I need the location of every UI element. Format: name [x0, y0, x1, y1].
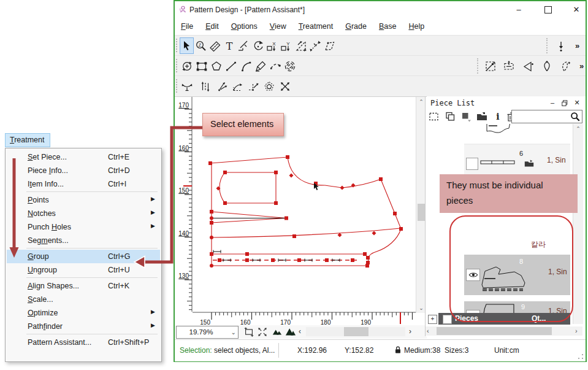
menu-item-punch-holes[interactable]: Punch Holes▶ [7, 220, 160, 234]
menu-item-shortcut: Ctrl+D [108, 166, 130, 175]
zoom-level-combo[interactable]: 19.79% ⌄ [176, 326, 239, 339]
menu-item-piece-info[interactable]: Piece Info...Ctrl+D [7, 164, 160, 177]
spread-tool-button[interactable] [215, 78, 229, 94]
import-piece-icon[interactable] [476, 110, 488, 123]
panel-close-button[interactable]: ✕ [571, 98, 582, 107]
menu-grade[interactable]: Grade [339, 18, 373, 34]
canvas-horizontal-scrollbar[interactable] [306, 327, 405, 336]
pleats-tool-button[interactable] [198, 78, 212, 94]
dart-fan-tool-button[interactable] [540, 58, 554, 74]
piece-search-input[interactable] [511, 110, 582, 123]
expand-all-icon[interactable]: + [428, 315, 437, 324]
scrollbar-thumb[interactable] [418, 204, 425, 221]
maximize-button[interactable] [539, 6, 557, 18]
menu-view[interactable]: View [264, 18, 292, 34]
cross-check-tool-button[interactable] [278, 78, 292, 94]
scroll-up-arrow[interactable]: ⌃ [573, 124, 583, 134]
skew-tool-button[interactable] [294, 37, 308, 54]
piece-info-icon[interactable] [492, 110, 504, 123]
angle-icon [231, 80, 243, 93]
zoom-tool-button[interactable] [194, 37, 208, 54]
menu-base[interactable]: Base [373, 18, 403, 34]
menu-item-pattern-assistant[interactable]: Pattern Assistant...Ctrl+Shift+P [7, 336, 160, 349]
move-segment-tool-button[interactable] [246, 78, 260, 94]
scroll-left-arrow[interactable]: ‹ [427, 327, 429, 334]
angle-tool-button[interactable] [230, 78, 244, 94]
fit-frame-icon[interactable] [243, 326, 254, 337]
pleat-fan-tool-button[interactable] [558, 58, 572, 74]
treatment-menu-header[interactable]: Treatment [5, 133, 50, 147]
curve-point-tool-button[interactable] [268, 58, 282, 74]
menu-edit[interactable]: Edit [199, 18, 225, 34]
toolbar-grip[interactable] [176, 59, 179, 72]
select-tool-button[interactable] [180, 37, 194, 54]
panel-minimize-button[interactable]: – [547, 98, 558, 107]
menu-options[interactable]: Options [225, 18, 264, 34]
more-overflow-button[interactable]: » [570, 37, 584, 54]
shear-tool-button[interactable] [322, 37, 336, 54]
close-button[interactable]: ✕ [567, 4, 586, 16]
piece-thumbnail [478, 124, 517, 145]
submenu-arrow-icon: ▶ [151, 322, 155, 328]
menu-item-align-shapes[interactable]: Align Shapes...Ctrl+K [7, 279, 160, 293]
menu-item-pathfinder[interactable]: Pathfinder▶ [7, 320, 160, 333]
rotate-tool-button[interactable] [251, 37, 265, 54]
polygon-tool-button[interactable] [209, 58, 223, 74]
concentric-tool-button[interactable] [283, 58, 297, 74]
scroll-right-arrow[interactable]: › [575, 327, 578, 334]
scroll-right-arrow[interactable]: › [409, 327, 411, 336]
preview-small-icon[interactable] [272, 326, 283, 337]
toolbar-grip[interactable] [176, 79, 179, 93]
scrollbar-thumb[interactable] [344, 327, 368, 336]
move-vertical-tool-button[interactable] [279, 37, 293, 54]
menu-item-points[interactable]: Points▶ [7, 193, 160, 207]
scale-piece-tool-button[interactable] [502, 58, 516, 74]
copy-piece-icon[interactable] [444, 110, 456, 123]
panel-horizontal-scrollbar[interactable]: ‹ › [426, 326, 582, 336]
svg-text:140: 140 [178, 230, 189, 237]
text-tool-button[interactable] [222, 37, 236, 54]
adjust-points-tool-button[interactable] [308, 37, 322, 54]
menu-item-group[interactable]: GroupCtrl+G [7, 250, 160, 263]
notch-cut-tool-button[interactable] [236, 37, 250, 54]
line-tool-button[interactable] [224, 58, 238, 74]
minimize-button[interactable]: – [510, 4, 528, 16]
preview-large-icon[interactable] [285, 326, 296, 337]
resize-grip[interactable] [578, 353, 584, 360]
flip-piece-tool-button[interactable] [483, 58, 497, 74]
more-overflow-button[interactable]: » [575, 58, 588, 74]
menu-item-notches[interactable]: Notches▶ [7, 207, 160, 220]
seam-allowance-tool-button[interactable] [262, 78, 276, 94]
measure-tool-button[interactable] [208, 37, 222, 54]
text-icon [223, 40, 235, 52]
panel-vertical-scrollbar[interactable]: ⌃ [573, 124, 583, 324]
drop-point-tool-button[interactable] [554, 37, 568, 54]
scroll-left-arrow[interactable]: ‹ [299, 327, 301, 336]
menu-item-optimize[interactable]: Optimize▶ [7, 306, 160, 320]
menu-item-item-info[interactable]: Item Info...Ctrl+I [7, 177, 160, 191]
arc-tool-button[interactable] [239, 58, 253, 74]
chevron-down-icon: ⌄ [231, 326, 236, 338]
select-all-checkbox[interactable] [443, 315, 452, 324]
svg-text:160: 160 [178, 145, 189, 152]
rectangle-tool-button[interactable] [194, 58, 208, 74]
menu-help[interactable]: Help [402, 18, 430, 34]
menu-item-ungroup[interactable]: UngroupCtrl+U [7, 263, 160, 277]
toolbar-grip[interactable] [176, 39, 179, 52]
piece-checkbox[interactable] [466, 158, 478, 170]
menu-item-segments[interactable]: Segments... [7, 234, 160, 247]
rotate-piece-tool-button[interactable] [521, 58, 535, 74]
move-horizontal-tool-button[interactable] [265, 37, 279, 54]
rotate-point-tool-button[interactable] [180, 58, 194, 74]
menu-item-scale[interactable]: Scale... [7, 293, 160, 306]
select-pieces-icon[interactable] [428, 110, 440, 123]
panel-restore-button[interactable] [560, 99, 569, 107]
menu-treatment[interactable]: Treatment [292, 18, 340, 34]
zoom-extents-icon[interactable] [257, 326, 268, 337]
pen-tool-button[interactable] [253, 58, 267, 74]
menu-file[interactable]: File [175, 18, 199, 34]
menu-item-set-piece[interactable]: Set Piece...Ctrl+E [7, 150, 160, 164]
duplicate-piece-icon[interactable] [460, 110, 472, 123]
scrollbar-thumb[interactable] [437, 327, 552, 335]
dart-transfer-tool-button[interactable] [180, 78, 194, 94]
